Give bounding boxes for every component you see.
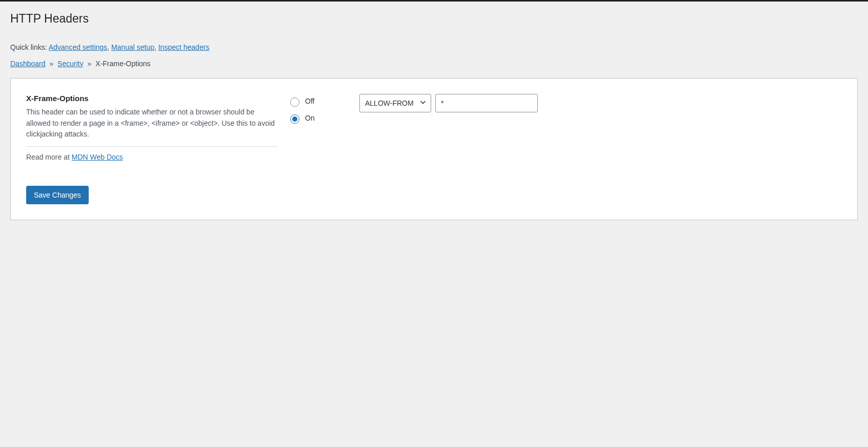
- radio-on-text: On: [305, 114, 315, 122]
- save-button[interactable]: Save Changes: [26, 186, 89, 204]
- toggle-group: Off On: [288, 94, 349, 130]
- read-more: Read more at MDN Web Docs: [26, 153, 277, 161]
- radio-off-text: Off: [305, 97, 314, 105]
- settings-panel: X-Frame-Options This header can be used …: [10, 78, 858, 220]
- value-input[interactable]: [435, 94, 538, 112]
- breadcrumb-dashboard[interactable]: Dashboard: [10, 60, 46, 68]
- radio-off[interactable]: [290, 98, 299, 107]
- link-advanced-settings[interactable]: Advanced settings: [49, 43, 107, 51]
- breadcrumb: Dashboard » Security » X-Frame-Options: [10, 60, 858, 68]
- link-manual-setup[interactable]: Manual setup: [111, 43, 154, 51]
- breadcrumb-current: X-Frame-Options: [95, 60, 150, 68]
- breadcrumb-security[interactable]: Security: [57, 60, 84, 68]
- header-description: This header can be used to indicate whet…: [26, 107, 277, 147]
- read-more-label: Read more at: [26, 153, 72, 161]
- quick-links-label: Quick links:: [10, 43, 49, 51]
- radio-on[interactable]: [290, 114, 299, 124]
- page-title: HTTP Headers: [10, 7, 858, 29]
- radio-off-label[interactable]: Off: [288, 96, 349, 107]
- link-mdn-docs[interactable]: MDN Web Docs: [72, 153, 123, 161]
- breadcrumb-separator: »: [47, 60, 55, 68]
- radio-on-label[interactable]: On: [288, 113, 349, 124]
- quick-links: Quick links: Advanced settings, Manual s…: [10, 43, 858, 51]
- breadcrumb-separator: »: [86, 60, 94, 68]
- link-inspect-headers[interactable]: Inspect headers: [158, 43, 210, 51]
- header-name: X-Frame-Options: [26, 94, 277, 103]
- value-select-wrap: ALLOW-FROM: [359, 94, 431, 112]
- value-select[interactable]: ALLOW-FROM: [359, 94, 431, 112]
